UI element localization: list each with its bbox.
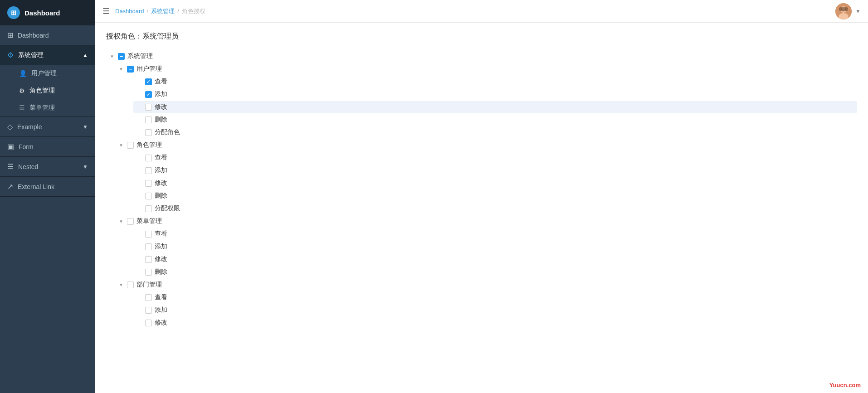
sidebar-nested-label: Nested	[18, 163, 78, 170]
tree-node-menu-add: ▶ 添加	[115, 241, 857, 252]
svg-rect-5	[839, 7, 848, 11]
checkbox-role-add[interactable]	[145, 167, 152, 174]
sidebar-system-label: 系统管理	[18, 51, 78, 59]
tree-row-menu-add[interactable]: ▶ 添加	[133, 241, 857, 252]
tree-node-user-del: ▶ 删除	[115, 114, 857, 126]
checkbox-user-add[interactable]	[145, 91, 152, 98]
checkbox-system[interactable]	[118, 53, 125, 60]
checkbox-user-view[interactable]	[145, 78, 152, 85]
tree-row-dept-edit[interactable]: ▶ 修改	[133, 317, 857, 329]
sidebar: ⊞ Dashboard ⊞ Dashboard ⚙ 系统管理 ▲ 👤 用户管理 …	[0, 0, 95, 393]
checkbox-role-edit[interactable]	[145, 180, 152, 187]
caret-system[interactable]: ▼	[109, 53, 115, 59]
sidebar-item-role-mgmt[interactable]: ⚙ 角色管理	[0, 82, 95, 99]
tree-row-dept-mgmt[interactable]: ▼ 部门管理	[115, 279, 857, 291]
tree-row-menu-view[interactable]: ▶ 查看	[133, 228, 857, 240]
caret-user-mgmt[interactable]: ▼	[118, 66, 124, 72]
tree-node-menu-edit: ▶ 修改	[115, 253, 857, 265]
checkbox-dept-mgmt[interactable]	[127, 281, 134, 288]
sidebar-example-label: Example	[17, 123, 78, 131]
menu-toggle-icon[interactable]: ☰	[102, 6, 110, 16]
checkbox-role-view[interactable]	[145, 155, 152, 161]
nested-chevron-icon: ▼	[83, 164, 88, 170]
label-dept-mgmt: 部门管理	[137, 281, 162, 289]
tree-node-user-edit: ▶ 修改	[115, 101, 857, 113]
tree-row-menu-del[interactable]: ▶ 删除	[133, 266, 857, 278]
tree-node-dept-edit: ▶ 修改	[115, 317, 857, 329]
caret-menu-mgmt[interactable]: ▼	[118, 218, 124, 224]
sidebar-item-menu-mgmt[interactable]: ☰ 菜单管理	[0, 99, 95, 116]
system-icon: ⚙	[7, 51, 14, 59]
tree-row-user-del[interactable]: ▶ 删除	[133, 114, 857, 126]
nested-icon: ☰	[7, 162, 14, 171]
topbar: ☰ Dashboard / 系统管理 / 角色授权	[95, 0, 868, 23]
sidebar-item-nested[interactable]: ☰ Nested ▼	[0, 157, 95, 176]
tree-row-user-edit[interactable]: ▶ 修改	[133, 101, 857, 113]
tree-row-system[interactable]: ▼ 系统管理	[106, 50, 857, 62]
tree-node-dept-mgmt: ▼ 部门管理 ▶ 查看 ▶	[106, 279, 857, 329]
sidebar-item-user-mgmt[interactable]: 👤 用户管理	[0, 65, 95, 82]
label-menu-del: 删除	[155, 268, 167, 276]
label-role-add: 添加	[155, 166, 167, 175]
tree-row-role-add[interactable]: ▶ 添加	[133, 165, 857, 176]
checkbox-role-del[interactable]	[145, 193, 152, 199]
sidebar-item-external-link[interactable]: ↗ External Link	[0, 177, 95, 196]
tree-row-user-assign[interactable]: ▶ 分配角色	[133, 126, 857, 138]
label-role-view: 查看	[155, 154, 167, 162]
breadcrumb-dashboard[interactable]: Dashboard	[115, 8, 144, 15]
tree-node-role-del: ▶ 删除	[115, 190, 857, 202]
tree-row-user-mgmt[interactable]: ▼ 用户管理	[115, 63, 857, 75]
breadcrumb: Dashboard / 系统管理 / 角色授权	[115, 7, 830, 15]
form-icon: ▣	[7, 142, 14, 151]
permission-tree: ▼ 系统管理 ▼ 用户管理 ▶	[106, 50, 857, 329]
tree-row-role-mgmt[interactable]: ▼ 角色管理	[115, 139, 857, 151]
sidebar-logo[interactable]: ⊞ Dashboard	[0, 0, 95, 25]
sidebar-form-label: Form	[19, 143, 88, 150]
checkbox-user-del[interactable]	[145, 116, 152, 123]
checkbox-role-mgmt[interactable]	[127, 142, 134, 149]
sidebar-item-form[interactable]: ▣ Form	[0, 137, 95, 156]
label-role-del: 删除	[155, 192, 167, 200]
checkbox-menu-mgmt[interactable]	[127, 218, 134, 225]
tree-node-user-view: ▶ 查看	[115, 76, 857, 87]
topbar-right: ▼	[835, 3, 861, 19]
tree-row-role-del[interactable]: ▶ 删除	[133, 190, 857, 202]
checkbox-user-mgmt[interactable]	[127, 66, 134, 73]
caret-role-mgmt[interactable]: ▼	[118, 142, 124, 148]
tree-row-dept-view[interactable]: ▶ 查看	[133, 291, 857, 303]
checkbox-menu-del[interactable]	[145, 269, 152, 276]
sidebar-item-system[interactable]: ⚙ 系统管理 ▲	[0, 45, 95, 65]
tree-row-role-view[interactable]: ▶ 查看	[133, 152, 857, 164]
tree-row-menu-edit[interactable]: ▶ 修改	[133, 253, 857, 265]
tree-row-role-edit[interactable]: ▶ 修改	[133, 177, 857, 189]
tree-row-menu-mgmt[interactable]: ▼ 菜单管理	[115, 215, 857, 227]
caret-dept-mgmt[interactable]: ▼	[118, 281, 124, 288]
main-wrap: ☰ Dashboard / 系统管理 / 角色授权	[95, 0, 868, 393]
checkbox-user-edit[interactable]	[145, 104, 152, 111]
logo-icon: ⊞	[7, 6, 20, 19]
tree-row-dept-add[interactable]: ▶ 添加	[133, 304, 857, 316]
checkbox-menu-add[interactable]	[145, 243, 152, 250]
sidebar-logo-label: Dashboard	[24, 9, 60, 17]
breadcrumb-system[interactable]: 系统管理	[151, 7, 175, 15]
label-user-mgmt: 用户管理	[137, 65, 162, 73]
tree-row-user-add[interactable]: ▶ 添加	[133, 88, 857, 100]
checkbox-user-assign[interactable]	[145, 129, 152, 136]
dashboard-icon: ⊞	[7, 31, 13, 39]
checkbox-dept-add[interactable]	[145, 307, 152, 314]
sidebar-item-example[interactable]: ◇ Example ▼	[0, 117, 95, 136]
checkbox-dept-edit[interactable]	[145, 320, 152, 326]
label-dept-edit: 修改	[155, 319, 167, 327]
tree-row-user-view[interactable]: ▶ 查看	[133, 76, 857, 87]
checkbox-role-assign[interactable]	[145, 205, 152, 212]
sidebar-external-label: External Link	[18, 183, 88, 190]
checkbox-menu-edit[interactable]	[145, 256, 152, 263]
sidebar-item-dashboard[interactable]: ⊞ Dashboard	[0, 25, 95, 45]
avatar[interactable]	[835, 3, 852, 19]
checkbox-dept-view[interactable]	[145, 294, 152, 301]
avatar-dropdown-icon[interactable]: ▼	[855, 8, 861, 15]
watermark: Yuucn.com	[829, 382, 861, 388]
tree-node-menu-mgmt: ▼ 菜单管理 ▶ 查看 ▶	[106, 215, 857, 278]
checkbox-menu-view[interactable]	[145, 231, 152, 238]
tree-row-role-assign[interactable]: ▶ 分配权限	[133, 203, 857, 214]
